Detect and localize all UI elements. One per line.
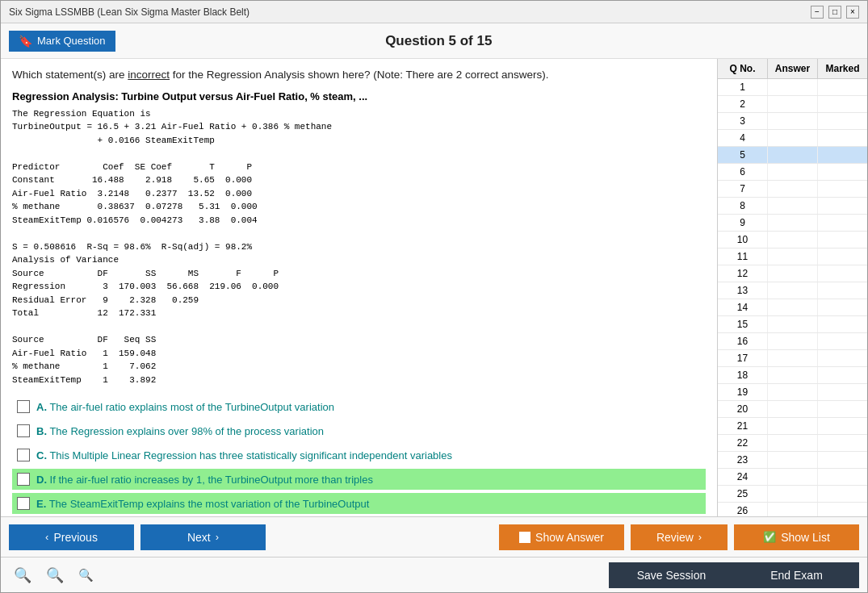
checkbox-a[interactable] [17,400,30,413]
content-area: Which statement(s) are incorrect for the… [1,59,718,516]
sidebar-cell-num: 5 [718,147,768,163]
option-c[interactable]: C. This Multiple Linear Regression has t… [12,445,706,466]
sidebar-cell-marked [818,486,867,502]
sidebar-row[interactable]: 20 [718,401,867,418]
sidebar-row[interactable]: 24 [718,469,867,486]
mark-question-button[interactable]: 🔖 Mark Question [9,31,115,52]
sidebar-row[interactable]: 14 [718,299,867,316]
maximize-button[interactable]: □ [828,6,841,19]
sidebar-row[interactable]: 26 [718,503,867,516]
sidebar-cell-answer [768,198,818,214]
close-button[interactable]: × [846,6,859,19]
sidebar-cell-answer [768,503,818,516]
underline-text: incorrect [128,69,170,81]
review-button[interactable]: Review › [631,524,728,550]
sidebar-cell-answer [768,130,818,146]
regression-title: Regression Analysis: Turbine Output vers… [12,89,706,105]
option-d[interactable]: D. If the air-fuel ratio increases by 1,… [12,469,706,490]
sidebar-cell-marked [818,282,867,299]
sidebar-row[interactable]: 4 [718,130,867,147]
window-controls: − □ × [811,6,859,19]
sidebar-row[interactable]: 16 [718,333,867,350]
sidebar-row[interactable]: 13 [718,282,867,299]
sidebar-cell-num: 7 [718,181,768,197]
sidebar-cell-marked [818,299,867,315]
sidebar-cell-answer [768,215,818,231]
sidebar-row[interactable]: 23 [718,452,867,469]
sidebar-cell-num: 15 [718,316,768,332]
sidebar-cell-marked [818,384,867,400]
sidebar-row[interactable]: 15 [718,316,867,333]
sidebar-cell-num: 2 [718,96,768,112]
show-list-button[interactable]: ✅ Show List [734,524,859,550]
sidebar-cell-marked [818,147,867,163]
option-e[interactable]: E. The SteamExitTemp explains the most v… [12,493,706,514]
window-title: Six Sigma LSSMBB (Lean Six Sigma Master … [9,6,249,18]
sidebar-cell-num: 16 [718,333,768,349]
sidebar-cell-answer [768,248,818,265]
sidebar-cell-answer [768,435,818,451]
sidebar-row[interactable]: 3 [718,113,867,130]
sidebar-row[interactable]: 8 [718,198,867,215]
sidebar-cell-answer [768,232,818,248]
regression-block: Regression Analysis: Turbine Output vers… [12,89,706,386]
sidebar-cell-num: 24 [718,469,768,485]
sidebar-row[interactable]: 25 [718,486,867,503]
sidebar-row[interactable]: 10 [718,232,867,248]
sidebar-cell-answer [768,282,818,299]
bottom-bar2: 🔍 🔍 🔍 Save Session End Exam [1,557,867,592]
sidebar-cell-marked [818,113,867,129]
sidebar-cell-answer [768,265,818,282]
sidebar-cell-num: 4 [718,130,768,146]
sidebar-row[interactable]: 11 [718,248,867,265]
sidebar-row[interactable]: 1 [718,79,867,96]
sidebar-cell-answer [768,486,818,502]
sidebar-list: 1 2 3 4 5 6 7 8 [718,79,867,516]
sidebar-cell-marked [818,215,867,231]
sidebar-cell-marked [818,469,867,485]
sidebar-cell-marked [818,79,867,95]
option-a[interactable]: A. The air-fuel ratio explains most of t… [12,396,706,417]
zoom-in-button[interactable]: 🔍 [9,565,36,586]
sidebar-cell-answer [768,384,818,400]
minimize-button[interactable]: − [811,6,824,19]
sidebar-row[interactable]: 6 [718,164,867,181]
option-b-text: B. The Regression explains over 98% of t… [36,425,324,437]
save-session-button[interactable]: Save Session [609,562,734,588]
checkbox-b[interactable] [17,424,30,437]
option-b[interactable]: B. The Regression explains over 98% of t… [12,420,706,441]
previous-button[interactable]: ‹ Previous [9,524,134,550]
checkbox-d[interactable] [17,473,30,486]
sidebar-cell-answer [768,181,818,197]
show-answer-button[interactable]: Show Answer [499,524,624,550]
zoom-reset-button[interactable]: 🔍 [41,565,69,586]
sidebar-cell-answer [768,164,818,180]
next-button[interactable]: Next › [140,524,266,550]
sidebar-row[interactable]: 9 [718,215,867,232]
toolbar: 🔖 Mark Question Question 5 of 15 [1,23,867,59]
sidebar-cell-num: 10 [718,232,768,248]
sidebar-cell-num: 13 [718,282,768,299]
sidebar-cell-num: 11 [718,248,768,265]
sidebar-row[interactable]: 5 [718,147,867,164]
sidebar-row[interactable]: 22 [718,435,867,452]
sidebar-cell-marked [818,452,867,468]
sidebar-row[interactable]: 21 [718,418,867,435]
end-exam-button[interactable]: End Exam [734,562,859,588]
zoom-out-button[interactable]: 🔍 [73,566,99,584]
sidebar-cell-marked [818,367,867,383]
sidebar-cell-marked [818,401,867,417]
sidebar-row[interactable]: 2 [718,96,867,113]
checkbox-e[interactable] [17,497,30,510]
checkbox-c[interactable] [17,449,30,461]
sidebar-row[interactable]: 18 [718,367,867,384]
options-list: A. The air-fuel ratio explains most of t… [12,396,706,514]
sidebar-cell-num: 22 [718,435,768,451]
option-a-text: A. The air-fuel ratio explains most of t… [36,401,334,413]
sidebar-row[interactable]: 17 [718,350,867,367]
sidebar-row[interactable]: 7 [718,181,867,198]
sidebar-row[interactable]: 12 [718,265,867,282]
show-list-label: Show List [781,531,830,544]
sidebar-row[interactable]: 19 [718,384,867,401]
check-icon: ✅ [763,531,776,543]
